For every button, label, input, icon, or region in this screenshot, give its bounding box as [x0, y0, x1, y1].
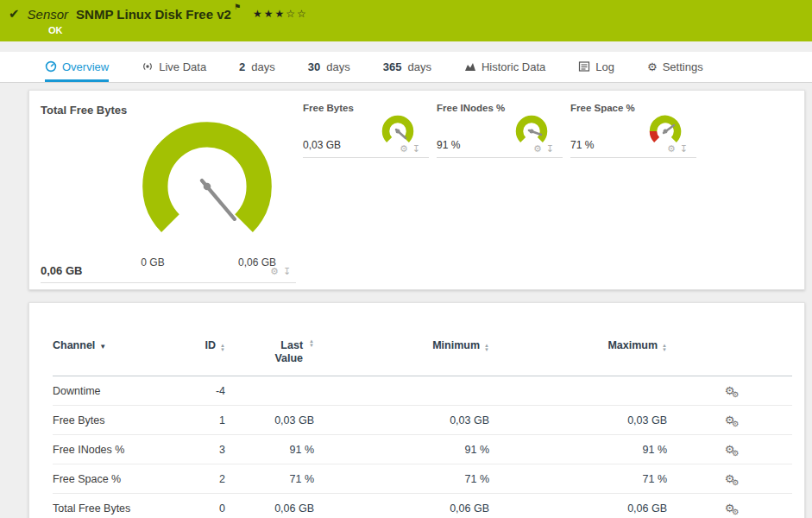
sort-icon: ▲▼	[309, 339, 314, 365]
last-value: 0,06 GB	[225, 494, 314, 518]
sort-icon: ▲▼	[662, 344, 667, 352]
channel-name: Total Free Bytes	[53, 494, 165, 518]
maximum-value: 0,03 GB	[489, 406, 667, 435]
last-value: 0,03 GB	[225, 406, 314, 435]
tab-label: days	[407, 60, 431, 73]
channels-table: Channel▼ ID▲▼ Last Value▲▼ Minimum▲▼	[53, 332, 792, 518]
gauge-settings-icon[interactable]: ⚙	[400, 143, 408, 155]
table-header-row: Channel▼ ID▲▼ Last Value▲▼ Minimum▲▼	[53, 332, 792, 376]
page-title: SNMP Linux Disk Free v2	[76, 7, 231, 22]
tab-label: days	[251, 60, 274, 73]
tab-label: Live Data	[159, 60, 206, 73]
minimum-value: 91 %	[314, 435, 489, 464]
table-row: Free INodes % 3 91 % 91 % 91 % ⚙⚙	[53, 435, 792, 464]
maximum-value	[489, 376, 667, 406]
primary-gauge-actions: ⚙ ↧	[270, 266, 291, 277]
channel-settings-icon[interactable]: ⚙⚙	[725, 384, 735, 397]
minimum-value: 0,03 GB	[314, 406, 489, 435]
maximum-value: 91 %	[489, 435, 667, 464]
minimum-value	[314, 376, 489, 406]
channel-settings-icon[interactable]: ⚙⚙	[725, 472, 735, 485]
gauge-settings-icon[interactable]: ⚙	[667, 143, 676, 155]
sensor-header: ✔ Sensor SNMP Linux Disk Free v2 ⚑ ★★★☆☆…	[0, 0, 812, 41]
maximum-value: 0,06 GB	[489, 494, 667, 518]
gauge-free-bytes: Free Bytes 0,03 GB ⚙ ↧	[303, 103, 429, 158]
divider	[41, 282, 296, 283]
tab-number: 365	[383, 60, 402, 73]
status-badge: OK	[48, 25, 803, 35]
column-header-id[interactable]: ID▲▼	[165, 332, 225, 376]
table-row: Free Space % 2 71 % 71 % 71 % ⚙⚙	[53, 464, 792, 494]
column-header-minimum[interactable]: Minimum▲▼	[314, 332, 489, 376]
status-check-icon: ✔	[9, 6, 20, 22]
tab-number: 2	[239, 60, 245, 73]
last-value	[225, 376, 314, 406]
column-header-maximum[interactable]: Maximum▲▼	[489, 332, 667, 376]
channel-name: Free INodes %	[53, 435, 165, 464]
tab-number: 30	[308, 60, 320, 73]
table-row: Free Bytes 1 0,03 GB 0,03 GB 0,03 GB ⚙⚙	[53, 406, 792, 435]
channels-panel: Channel▼ ID▲▼ Last Value▲▼ Minimum▲▼	[28, 302, 805, 518]
gauge-pin-icon[interactable]: ↧	[680, 143, 688, 155]
tab-30-days[interactable]: 30 days	[308, 52, 350, 82]
table-row: Total Free Bytes 0 0,06 GB 0,06 GB 0,06 …	[53, 494, 792, 518]
maximum-value: 71 %	[489, 464, 667, 494]
sort-caret-icon: ▼	[99, 343, 106, 351]
gauge-actions: ⚙ ↧	[533, 143, 554, 155]
primary-gauge-title: Total Free Bytes	[41, 104, 127, 117]
tab-365-days[interactable]: 365 days	[383, 52, 431, 82]
object-type-label: Sensor	[28, 7, 69, 22]
gauge-value: 0,03 GB	[303, 139, 341, 151]
channel-id: -4	[165, 376, 225, 406]
flag-icon[interactable]: ⚑	[234, 3, 241, 11]
tab-settings[interactable]: ⚙ Settings	[647, 52, 703, 82]
tab-live-data[interactable]: Live Data	[142, 52, 206, 82]
gauge-actions: ⚙ ↧	[667, 143, 688, 155]
main-content: Total Free Bytes 0 GB 0,06 GB 0,06 GB ⚙ …	[28, 90, 805, 518]
tab-label: Historic Data	[482, 60, 545, 73]
table-row: Downtime -4 ⚙⚙	[53, 376, 792, 406]
sort-icon: ▲▼	[220, 344, 225, 352]
log-icon	[578, 60, 590, 73]
channel-settings-icon[interactable]: ⚙⚙	[725, 443, 735, 456]
gauge-scale-min: 0 GB	[123, 256, 183, 268]
settings-gear-icon: ⚙	[647, 60, 658, 73]
gauge-free-inodes: Free INodes % 91 % ⚙ ↧	[437, 103, 563, 158]
minimum-value: 0,06 GB	[314, 494, 489, 518]
channel-settings-icon[interactable]: ⚙⚙	[725, 502, 735, 515]
gauge-settings-icon[interactable]: ⚙	[533, 143, 542, 155]
gauges-panel: Total Free Bytes 0 GB 0,06 GB 0,06 GB ⚙ …	[28, 90, 805, 290]
tab-historic-data[interactable]: Historic Data	[464, 52, 545, 82]
tab-label: Settings	[663, 60, 703, 73]
overview-icon	[45, 60, 57, 73]
gauge-pin-icon[interactable]: ↧	[283, 266, 291, 277]
tab-2-days[interactable]: 2 days	[239, 52, 275, 82]
channel-id: 1	[165, 406, 225, 435]
last-value: 91 %	[225, 435, 314, 464]
channel-name: Downtime	[53, 376, 165, 406]
gauge-free-space: Free Space % 71 % ⚙ ↧	[570, 103, 696, 158]
tab-label: Log	[595, 60, 614, 73]
gauge-pin-icon[interactable]: ↧	[412, 143, 420, 155]
gauge-value: 71 %	[570, 139, 594, 151]
channel-id: 3	[165, 435, 225, 464]
tab-log[interactable]: Log	[578, 52, 614, 82]
column-header-last-value[interactable]: Last Value▲▼	[225, 332, 314, 376]
channel-id: 0	[165, 494, 225, 518]
last-value: 71 %	[225, 464, 314, 494]
tab-label: days	[326, 60, 349, 73]
priority-stars[interactable]: ★★★☆☆	[253, 8, 308, 20]
live-data-icon	[142, 60, 154, 73]
gauge-actions: ⚙ ↧	[400, 143, 420, 155]
small-gauges-row: Free Bytes 0,03 GB ⚙ ↧ Free INodes % 91 …	[303, 103, 696, 158]
tab-overview[interactable]: Overview	[45, 52, 109, 82]
tab-bar: Overview Live Data 2 days 30 days 365 da…	[0, 52, 812, 83]
column-header-channel[interactable]: Channel▼	[53, 332, 165, 376]
gauge-value: 91 %	[437, 139, 460, 151]
gauge-pin-icon[interactable]: ↧	[546, 143, 554, 155]
gauge-settings-icon[interactable]: ⚙	[270, 266, 279, 277]
channel-name: Free Bytes	[53, 406, 165, 435]
channel-settings-icon[interactable]: ⚙⚙	[725, 414, 735, 426]
channel-id: 2	[165, 464, 225, 494]
channel-name: Free Space %	[53, 464, 165, 494]
